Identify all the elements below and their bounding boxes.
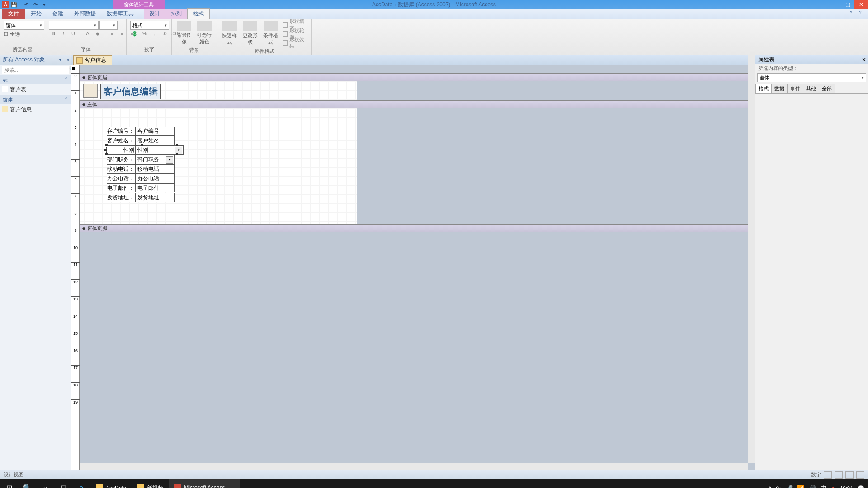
qat-undo[interactable]: ↶: [22, 1, 30, 8]
tab-create[interactable]: 创建: [47, 9, 69, 19]
view-datasheet-button[interactable]: [835, 471, 843, 479]
increase-decimal-button[interactable]: .0: [160, 31, 169, 39]
ruler-corner[interactable]: ◼: [71, 65, 80, 73]
vertical-scrollbar[interactable]: [748, 55, 755, 463]
nav-collapse-icon[interactable]: «: [66, 57, 69, 62]
italic-button[interactable]: I: [59, 31, 68, 39]
maximize-button[interactable]: ▢: [841, 0, 854, 9]
property-close-icon[interactable]: ✕: [862, 55, 866, 64]
form-title-label[interactable]: 客户信息编辑: [100, 84, 161, 99]
percent-button[interactable]: %: [140, 31, 149, 39]
field-textbox[interactable]: 移动电话: [136, 164, 175, 174]
background-image-button[interactable]: 背景图像: [175, 21, 193, 46]
tab-dbtools[interactable]: 数据库工具: [101, 9, 139, 19]
prop-tab-other[interactable]: 其他: [803, 84, 819, 93]
section-detail[interactable]: ◆主体: [80, 100, 755, 108]
task-view-icon[interactable]: ⊡: [54, 479, 72, 488]
help-icon[interactable]: ?: [859, 10, 865, 17]
font-color-button[interactable]: A: [83, 31, 92, 39]
nav-header[interactable]: 所有 Access 对象 ▾ «: [0, 55, 71, 65]
nav-dropdown-icon[interactable]: ▾: [59, 58, 61, 62]
form-logo-image[interactable]: [83, 84, 98, 98]
conditional-format-button[interactable]: 条件格式: [262, 21, 280, 47]
taskbar-item[interactable]: Microsoft Access - ...: [169, 479, 240, 488]
section-form-footer[interactable]: ◆窗体页脚: [80, 224, 755, 232]
form-canvas[interactable]: ◆窗体页眉 客户信息编辑 ◆主体 客户编号：客户编号客户姓名：客户姓名性别性别部…: [80, 73, 755, 470]
field-row[interactable]: 办公电话：办公电话: [107, 174, 175, 183]
number-format-combo[interactable]: 格式: [130, 21, 169, 30]
field-row[interactable]: 性别性别: [107, 145, 184, 155]
property-object-combo[interactable]: 窗体: [757, 73, 866, 82]
field-textbox[interactable]: 发货地址: [136, 193, 175, 202]
field-label[interactable]: 发货地址：: [107, 193, 136, 202]
ribbon-minimize-icon[interactable]: ^: [850, 10, 856, 17]
horizontal-scrollbar[interactable]: [80, 463, 748, 470]
nav-group-tables[interactable]: 表⌃: [0, 75, 71, 84]
qat-customize[interactable]: ▾: [40, 1, 48, 8]
field-label[interactable]: 办公电话：: [107, 174, 136, 183]
underline-button[interactable]: U: [69, 31, 78, 39]
tray-sync-icon[interactable]: ⟳: [776, 485, 781, 488]
field-textbox[interactable]: 电子邮件: [136, 183, 175, 192]
align-center-button[interactable]: ≡: [118, 31, 127, 39]
minimize-button[interactable]: —: [827, 0, 841, 9]
form-footer-section[interactable]: [80, 232, 755, 359]
field-combobox[interactable]: 部门职务: [136, 155, 175, 164]
field-row[interactable]: 发货地址：发货地址: [107, 193, 175, 202]
currency-button[interactable]: 💲: [130, 31, 139, 39]
shape-effects-button[interactable]: 形状效果: [283, 39, 308, 47]
prop-tab-event[interactable]: 事件: [787, 84, 803, 93]
field-label[interactable]: 移动电话：: [107, 164, 136, 174]
search-icon[interactable]: 🔍: [18, 479, 36, 488]
bold-button[interactable]: B: [49, 31, 58, 39]
font-family-combo[interactable]: [49, 21, 99, 30]
tray-notifications-icon[interactable]: 💬: [857, 485, 864, 488]
search-input[interactable]: [2, 66, 69, 74]
doc-tab-customer-info[interactable]: 客户信息: [73, 55, 112, 65]
form-header-section[interactable]: 客户信息编辑: [80, 81, 357, 100]
tab-format[interactable]: 格式: [187, 8, 210, 19]
tab-external[interactable]: 外部数据: [69, 9, 101, 19]
tab-arrange[interactable]: 排列: [165, 9, 187, 19]
tray-mic-icon[interactable]: 🎤: [785, 485, 793, 488]
qat-save[interactable]: 💾: [10, 1, 18, 8]
tray-app-icon[interactable]: ◆: [831, 485, 835, 488]
selection-type-combo[interactable]: 窗体: [4, 21, 44, 30]
field-row[interactable]: 电子邮件：电子邮件: [107, 183, 175, 192]
tray-network-icon[interactable]: 📶: [797, 485, 804, 488]
tab-home[interactable]: 开始: [25, 9, 47, 19]
prop-tab-all[interactable]: 全部: [819, 84, 835, 93]
alt-row-color-button[interactable]: 可选行颜色: [196, 21, 213, 46]
qat-redo[interactable]: ↷: [31, 1, 39, 8]
align-left-button[interactable]: ≡: [108, 31, 117, 39]
field-row[interactable]: 移动电话：移动电话: [107, 164, 175, 174]
quick-styles-button[interactable]: 快速样式: [221, 21, 239, 47]
select-all-button[interactable]: ☐全选: [4, 31, 20, 38]
tray-clock[interactable]: 10:04: [840, 485, 853, 488]
tray-chevron-icon[interactable]: ^: [769, 485, 771, 488]
field-textbox[interactable]: 客户编号: [136, 127, 175, 136]
close-button[interactable]: ✕: [854, 0, 868, 9]
app-icon[interactable]: A: [2, 1, 9, 8]
view-layout-button[interactable]: [845, 471, 854, 479]
field-row[interactable]: 客户编号：客户编号: [107, 127, 175, 136]
font-size-combo[interactable]: [99, 21, 118, 30]
field-label[interactable]: 客户编号：: [107, 127, 136, 136]
view-form-button[interactable]: [824, 471, 832, 479]
taskbar-item[interactable]: 新视频: [132, 479, 169, 488]
taskbar-item[interactable]: AccData: [90, 479, 132, 488]
field-label[interactable]: 客户姓名：: [107, 136, 136, 145]
field-label[interactable]: 部门职务：: [107, 155, 136, 164]
section-form-header[interactable]: ◆窗体页眉: [80, 73, 755, 81]
field-textbox[interactable]: 办公电话: [136, 174, 175, 183]
field-label[interactable]: 性别: [107, 145, 136, 155]
prop-tab-format[interactable]: 格式: [755, 84, 772, 93]
nav-group-forms[interactable]: 窗体⌃: [0, 95, 71, 104]
field-textbox[interactable]: 客户姓名: [136, 136, 175, 145]
tray-ime-icon[interactable]: 中: [821, 484, 826, 488]
field-row[interactable]: 部门职务：部门职务: [107, 155, 175, 164]
tab-file[interactable]: 文件: [2, 9, 25, 19]
view-design-button[interactable]: [856, 471, 864, 479]
edge-icon[interactable]: e: [72, 479, 90, 488]
prop-tab-data[interactable]: 数据: [771, 84, 788, 93]
